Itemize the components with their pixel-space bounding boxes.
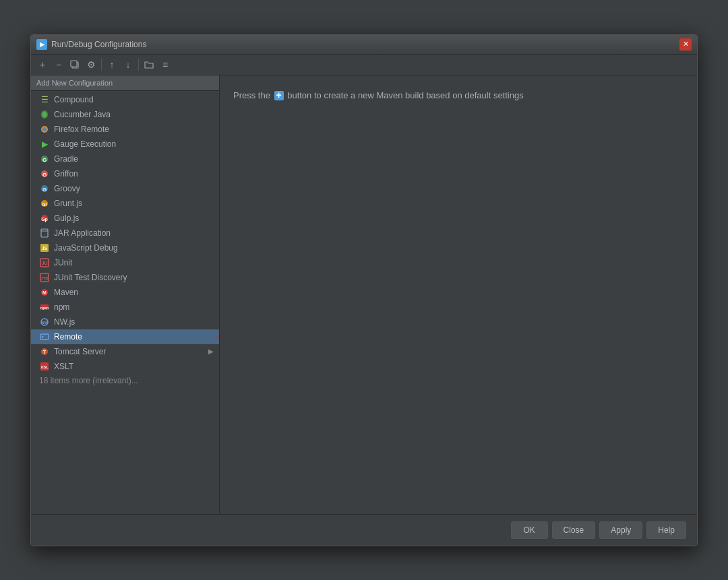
junit-test-discovery-icon: JTD [39, 272, 50, 283]
svg-point-5 [42, 127, 47, 131]
svg-text:Gp: Gp [41, 217, 48, 222]
hint-text: Press the + button to create a new Maven… [233, 89, 684, 102]
grunt-icon: Gr [39, 198, 50, 209]
remote-label: Remote [54, 332, 214, 342]
list-item[interactable]: G Groovy [31, 181, 219, 196]
copy-config-button[interactable] [67, 57, 82, 72]
groovy-label: Groovy [54, 184, 214, 193]
gauge-label: Gauge Execution [54, 139, 214, 149]
list-item[interactable]: Gr Grunt.js [31, 196, 219, 211]
main-content: Add New Configuration ☰ Compound Cucumbe… [31, 75, 697, 514]
cucumber-label: Cucumber Java [54, 110, 214, 119]
grunt-label: Grunt.js [54, 199, 214, 208]
junit-icon: JU [39, 257, 50, 268]
list-item[interactable]: JTD JUnit Test Discovery [31, 270, 219, 285]
plus-icon: + [274, 91, 284, 100]
svg-text:T: T [43, 350, 47, 354]
apply-button[interactable]: Apply [599, 521, 642, 539]
svg-text:Gr: Gr [42, 202, 47, 207]
right-panel: Press the + button to create a new Maven… [220, 75, 697, 514]
npm-icon: npm [39, 302, 50, 313]
config-list: ☰ Compound Cucumber Java [31, 91, 219, 514]
list-item[interactable]: T Tomcat Server ▶ [31, 344, 219, 359]
compound-icon: ☰ [39, 94, 50, 105]
list-item[interactable]: G Gradle [31, 152, 219, 166]
junit-label: JUnit [54, 258, 214, 267]
window-title: Run/Debug Configurations [51, 40, 146, 49]
junit-test-discovery-label: JUnit Test Discovery [54, 273, 214, 282]
list-item[interactable]: JS JavaScript Debug [31, 240, 219, 255]
compound-label: Compound [54, 95, 214, 104]
maven-icon: M [39, 287, 50, 298]
tomcat-icon: T [39, 346, 50, 357]
close-button[interactable]: ✕ [679, 38, 692, 51]
ok-button[interactable]: OK [511, 521, 548, 539]
gulp-label: Gulp.js [54, 214, 214, 223]
toolbar: + − ⚙ ↑ ↓ ≡ [31, 55, 697, 75]
help-button[interactable]: Help [646, 521, 686, 539]
window-icon: ▶ [36, 39, 47, 50]
svg-text:G: G [42, 157, 47, 163]
title-bar: ▶ Run/Debug Configurations ✕ [31, 35, 697, 55]
add-config-button[interactable]: + [35, 57, 50, 72]
list-item[interactable]: npm npm [31, 300, 219, 315]
list-item[interactable]: M Maven [31, 285, 219, 300]
svg-point-31 [42, 335, 44, 337]
xslt-label: XSLT [54, 362, 214, 371]
firefox-label: Firefox Remote [54, 125, 214, 134]
gradle-icon: G [39, 154, 50, 164]
left-panel: Add New Configuration ☰ Compound Cucumbe… [31, 75, 220, 514]
jar-icon [39, 228, 50, 238]
groovy-icon: G [39, 183, 50, 194]
list-item[interactable]: Cucumber Java [31, 107, 219, 122]
griffon-label: Griffon [54, 169, 214, 179]
firefox-icon [39, 124, 50, 135]
svg-rect-16 [41, 229, 48, 237]
remove-config-button[interactable]: − [51, 57, 66, 72]
griffon-icon: G [39, 168, 50, 179]
list-item[interactable]: JU JUnit [31, 255, 219, 270]
list-item[interactable]: JAR Application [31, 226, 219, 240]
jsdebug-label: JavaScript Debug [54, 243, 214, 253]
svg-point-3 [42, 112, 47, 117]
move-up-button[interactable]: ↑ [104, 57, 119, 72]
svg-text:G: G [42, 187, 47, 193]
tomcat-arrow: ▶ [208, 348, 214, 355]
list-item[interactable]: Firefox Remote [31, 122, 219, 137]
close-button[interactable]: Close [552, 521, 596, 539]
run-debug-dialog: ▶ Run/Debug Configurations ✕ + − ⚙ ↑ ↓ ≡ [30, 34, 698, 546]
gulp-icon: Gp [39, 213, 50, 224]
gradle-label: Gradle [54, 154, 214, 164]
move-down-button[interactable]: ↓ [121, 57, 135, 72]
folder-button[interactable] [142, 57, 156, 72]
list-item[interactable]: ▶ Gauge Execution [31, 137, 219, 152]
svg-text:JS: JS [42, 246, 48, 251]
more-items[interactable]: 18 items more (irrelevant)... [31, 374, 219, 387]
tomcat-label: Tomcat Server [54, 347, 204, 356]
list-item[interactable]: XSL XSLT [31, 359, 219, 374]
nwjs-label: NW.js [54, 317, 214, 327]
toolbar-separator-2 [138, 59, 139, 71]
remote-list-item[interactable]: Remote [31, 329, 219, 344]
red-arrow [214, 330, 219, 344]
gauge-icon: ▶ [39, 139, 50, 150]
settings-button[interactable]: ⚙ [84, 57, 98, 72]
npm-label: npm [54, 302, 214, 312]
more-items-label: 18 items more (irrelevant)... [39, 376, 214, 385]
list-item[interactable]: G Griffon [31, 166, 219, 181]
svg-text:JU: JU [42, 261, 48, 265]
svg-rect-1 [71, 61, 77, 67]
svg-text:G: G [42, 172, 47, 178]
list-item[interactable]: ☰ Compound [31, 92, 219, 107]
jsdebug-icon: JS [39, 243, 50, 253]
cucumber-icon [39, 109, 50, 120]
jar-label: JAR Application [54, 228, 214, 238]
svg-text:NW: NW [42, 321, 48, 325]
svg-text:XSL: XSL [40, 365, 49, 369]
xslt-icon: XSL [39, 361, 50, 372]
list-item[interactable]: NW NW.js [31, 315, 219, 329]
maven-label: Maven [54, 288, 214, 297]
svg-text:JTD: JTD [40, 276, 49, 280]
list-item[interactable]: Gp Gulp.js [31, 211, 219, 226]
sort-button[interactable]: ≡ [158, 57, 173, 72]
